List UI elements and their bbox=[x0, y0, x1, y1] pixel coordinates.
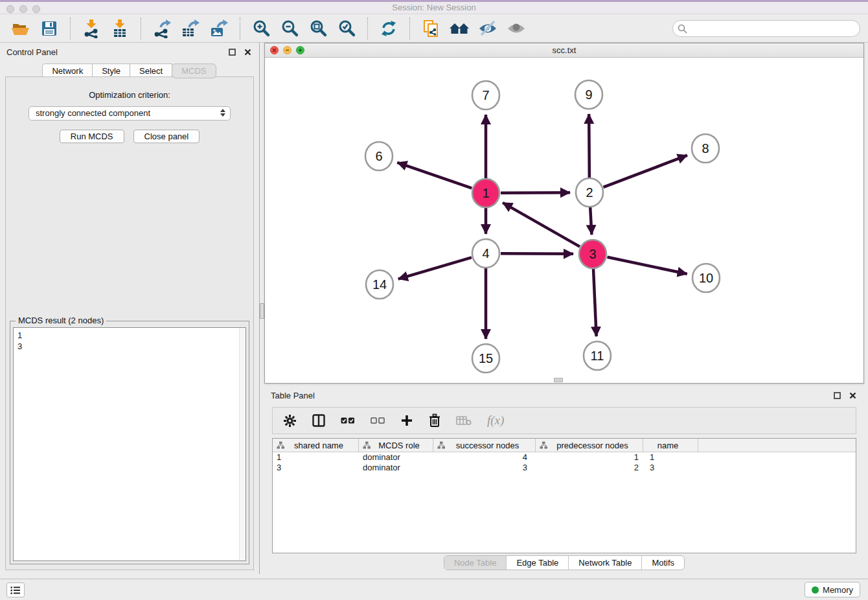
zoom-window-button[interactable] bbox=[32, 5, 40, 13]
toolbar-separator bbox=[70, 17, 71, 40]
cell-name[interactable]: 1 bbox=[643, 452, 698, 463]
table-settings-gear-icon[interactable] bbox=[283, 414, 297, 428]
delete-table-icon[interactable] bbox=[456, 415, 472, 426]
graph-node-15[interactable]: 15 bbox=[472, 344, 499, 373]
import-network-icon[interactable] bbox=[81, 18, 102, 39]
home-view-icon[interactable] bbox=[449, 18, 470, 39]
export-network-icon[interactable] bbox=[152, 18, 172, 39]
export-image-icon[interactable] bbox=[209, 18, 229, 39]
window-titlebar: Session: New Session bbox=[0, 0, 868, 14]
graph-edge-2-9[interactable] bbox=[589, 114, 589, 178]
search-input[interactable] bbox=[672, 20, 860, 37]
control-panel-title: Control Panel bbox=[6, 47, 222, 57]
close-network-icon[interactable] bbox=[270, 46, 279, 54]
graph-node-2[interactable]: 2 bbox=[576, 178, 603, 207]
tab-edge-table[interactable]: Edge Table bbox=[507, 556, 569, 570]
tab-motifs[interactable]: Motifs bbox=[642, 556, 684, 570]
cell-name[interactable]: 3 bbox=[643, 463, 698, 473]
create-column-plus-icon[interactable] bbox=[400, 414, 413, 427]
optimization-criterion-select[interactable]: strongly connected component bbox=[29, 106, 231, 121]
column-type-icon bbox=[437, 441, 445, 449]
graph-edge-3-11[interactable] bbox=[593, 269, 597, 336]
network-from-file-icon[interactable] bbox=[420, 18, 441, 39]
run-mcds-button[interactable]: Run MCDS bbox=[60, 130, 124, 143]
unselect-all-columns-icon[interactable] bbox=[371, 417, 385, 424]
window-controls[interactable] bbox=[6, 5, 40, 13]
select-all-columns-icon[interactable] bbox=[341, 417, 355, 424]
graph-node-7[interactable]: 7 bbox=[472, 81, 499, 110]
cell-predecessor-nodes[interactable]: 2 bbox=[536, 463, 643, 473]
tab-mcds[interactable]: MCDS bbox=[172, 63, 216, 78]
float-panel-icon[interactable] bbox=[227, 47, 237, 57]
function-builder-icon[interactable]: f(x) bbox=[487, 413, 504, 428]
search-icon bbox=[678, 24, 687, 34]
mcds-result-textarea[interactable]: 1 3 bbox=[13, 327, 246, 561]
tab-network-table[interactable]: Network Table bbox=[569, 556, 642, 570]
export-table-icon[interactable] bbox=[180, 18, 201, 39]
cell-predecessor-nodes[interactable]: 1 bbox=[536, 452, 643, 463]
open-file-icon[interactable] bbox=[10, 18, 31, 39]
hide-eye-icon[interactable] bbox=[477, 18, 498, 39]
column-type-icon bbox=[277, 441, 284, 449]
cell-successor-nodes[interactable]: 4 bbox=[433, 452, 536, 463]
tab-node-table[interactable]: Node Table bbox=[444, 556, 507, 570]
svg-text:8: 8 bbox=[702, 141, 709, 156]
graph-node-3[interactable]: 3 bbox=[579, 240, 606, 268]
graph-node-11[interactable]: 11 bbox=[584, 341, 611, 370]
minimize-window-button[interactable] bbox=[19, 5, 27, 13]
graph-edge-4-14[interactable] bbox=[398, 257, 472, 279]
table-row[interactable]: 3 dominator 3 2 3 bbox=[273, 463, 856, 473]
cell-mcds-role[interactable]: dominator bbox=[359, 452, 433, 463]
column-header-successor-nodes[interactable]: successor nodes bbox=[433, 439, 536, 452]
minimize-network-icon[interactable] bbox=[283, 46, 291, 54]
graph-edge-1-6[interactable] bbox=[397, 163, 472, 189]
save-icon[interactable] bbox=[39, 18, 60, 39]
cell-shared-name[interactable]: 1 bbox=[273, 452, 359, 463]
cell-successor-nodes[interactable]: 3 bbox=[433, 463, 536, 473]
import-table-icon[interactable] bbox=[109, 18, 130, 39]
close-panel-button[interactable]: Close panel bbox=[133, 130, 200, 143]
graph-edge-2-3[interactable] bbox=[590, 207, 591, 235]
panel-splitter-grip[interactable] bbox=[260, 303, 264, 319]
close-window-button[interactable] bbox=[6, 5, 14, 13]
refresh-icon[interactable] bbox=[378, 18, 399, 39]
status-bar: Memory bbox=[0, 579, 868, 600]
delete-column-trash-icon[interactable] bbox=[429, 413, 440, 428]
zoom-in-icon[interactable] bbox=[251, 18, 271, 39]
column-header-name[interactable]: name bbox=[643, 439, 698, 452]
graph-node-10[interactable]: 10 bbox=[692, 264, 720, 292]
result-scrollbar[interactable] bbox=[239, 328, 246, 560]
column-header-predecessor-nodes[interactable]: predecessor nodes bbox=[536, 439, 643, 452]
float-table-panel-icon[interactable] bbox=[832, 390, 842, 400]
cell-mcds-role[interactable]: dominator bbox=[359, 463, 433, 473]
memory-button[interactable]: Memory bbox=[805, 582, 860, 597]
network-resize-grip[interactable] bbox=[554, 378, 563, 382]
graph-edge-4-3[interactable] bbox=[501, 253, 573, 254]
graph-node-4[interactable]: 4 bbox=[472, 239, 499, 268]
graph-node-8[interactable]: 8 bbox=[692, 134, 719, 163]
show-eye-icon[interactable] bbox=[506, 18, 527, 39]
table-row[interactable]: 1 dominator 4 1 1 bbox=[273, 452, 856, 463]
graph-node-1[interactable]: 1 bbox=[472, 179, 499, 207]
memory-label: Memory bbox=[823, 585, 853, 595]
close-panel-icon[interactable] bbox=[242, 47, 253, 57]
graph-edge-3-10[interactable] bbox=[608, 257, 687, 274]
zoom-selected-icon[interactable] bbox=[336, 18, 357, 39]
graph-node-14[interactable]: 14 bbox=[366, 270, 393, 299]
column-header-shared-name[interactable]: shared name bbox=[273, 439, 359, 452]
mcds-result-groupbox: MCDS result (2 nodes) 1 3 bbox=[10, 321, 249, 564]
network-canvas[interactable]: 7968124314101511 bbox=[265, 58, 863, 383]
graph-edge-1-2[interactable] bbox=[501, 192, 570, 193]
show-columns-icon[interactable] bbox=[312, 414, 325, 427]
task-history-button[interactable] bbox=[6, 583, 25, 597]
graph-node-6[interactable]: 6 bbox=[365, 142, 393, 170]
graph-edge-2-8[interactable] bbox=[604, 156, 687, 187]
column-header-mcds-role[interactable]: MCDS role bbox=[359, 439, 433, 452]
zoom-fit-icon[interactable] bbox=[308, 18, 328, 39]
cell-shared-name[interactable]: 3 bbox=[273, 463, 359, 473]
zoom-out-icon[interactable] bbox=[279, 18, 300, 39]
close-table-panel-icon[interactable] bbox=[847, 390, 858, 400]
graph-node-9[interactable]: 9 bbox=[575, 80, 602, 109]
maximize-network-icon[interactable] bbox=[296, 46, 304, 54]
graph-edge-3-1[interactable] bbox=[503, 203, 580, 247]
